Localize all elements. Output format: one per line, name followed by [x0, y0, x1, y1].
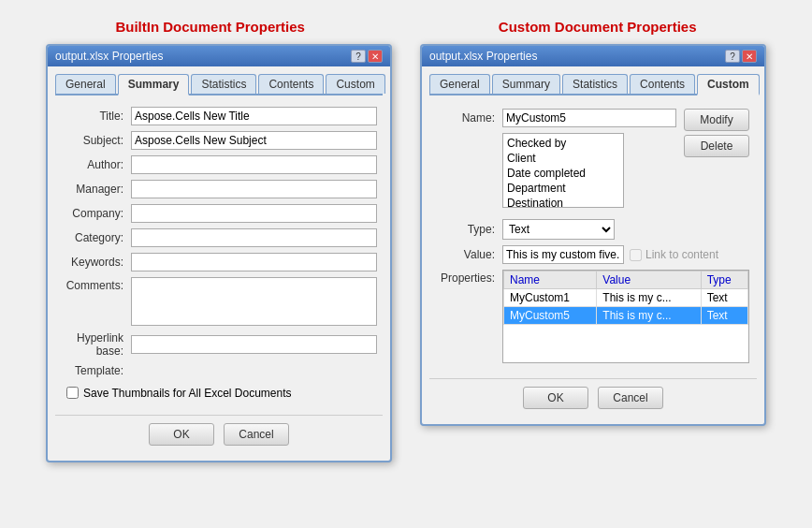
- left-tab-general[interactable]: General: [55, 74, 116, 94]
- prop-name: MyCustom1: [504, 289, 597, 307]
- right-properties-table: Name Value Type MyCustom1 This is my c..…: [503, 271, 748, 325]
- right-properties-row: Properties: Name Value Type: [437, 270, 749, 363]
- left-author-label: Author:: [61, 158, 131, 171]
- right-name-label: Name:: [437, 111, 502, 125]
- right-name-input[interactable]: [502, 109, 676, 127]
- left-titlebar-buttons: ? ✕: [351, 50, 383, 63]
- left-hyperlink-label: Hyperlinkbase:: [61, 331, 131, 359]
- list-item[interactable]: Date completed: [505, 166, 621, 181]
- left-subject-input[interactable]: [131, 131, 377, 150]
- prop-value: This is my c...: [597, 307, 701, 325]
- prop-value: This is my c...: [597, 289, 701, 307]
- right-titlebar-title: output.xlsx Properties: [429, 50, 537, 63]
- right-type-label: Type:: [437, 223, 502, 236]
- table-row[interactable]: MyCustom1 This is my c... Text: [504, 289, 748, 307]
- left-manager-input[interactable]: [131, 180, 377, 198]
- left-checkbox-row: Save Thumbnails for All Excel Documents: [66, 387, 377, 400]
- left-title-input[interactable]: [131, 107, 377, 125]
- left-tab-summary[interactable]: Summary: [118, 74, 190, 95]
- right-value-row: Value: Link to content: [437, 245, 749, 264]
- right-custom-body: Name: Checked by Client Date completed D…: [429, 103, 757, 374]
- right-cancel-button[interactable]: Cancel: [598, 387, 663, 409]
- left-category-row: Category:: [61, 228, 377, 247]
- left-ok-button[interactable]: OK: [149, 423, 214, 446]
- left-tab-statistics[interactable]: Statistics: [191, 74, 256, 94]
- left-author-row: Author:: [61, 155, 377, 174]
- left-title-label: Title:: [61, 110, 131, 123]
- left-comments-textarea[interactable]: [131, 277, 377, 326]
- left-keywords-label: Keywords:: [61, 256, 131, 269]
- left-manager-label: Manager:: [61, 183, 131, 196]
- left-tab-contents[interactable]: Contents: [258, 74, 324, 94]
- col-header-value: Value: [597, 271, 701, 289]
- right-dialog-content: General Summary Statistics Contents Cust…: [422, 66, 764, 424]
- list-item[interactable]: Destination: [505, 196, 621, 208]
- left-dialog: output.xlsx Properties ? ✕ General Summa…: [46, 44, 392, 462]
- left-author-input[interactable]: [131, 155, 377, 174]
- list-item[interactable]: Checked by: [505, 136, 621, 151]
- left-company-row: Company:: [61, 204, 377, 223]
- left-company-input[interactable]: [131, 204, 377, 223]
- table-row[interactable]: MyCustom5 This is my c... Text: [504, 307, 748, 325]
- right-properties-listbox[interactable]: Checked by Client Date completed Departm…: [502, 133, 624, 208]
- left-template-row: Template:: [61, 364, 377, 377]
- left-footer: OK Cancel: [55, 415, 383, 453]
- col-header-name: Name: [504, 271, 597, 289]
- left-close-btn[interactable]: ✕: [368, 50, 383, 63]
- left-category-label: Category:: [61, 231, 131, 244]
- right-link-check: Link to content: [630, 248, 718, 261]
- right-properties-label: Properties:: [437, 270, 502, 285]
- left-comments-row: Comments:: [61, 277, 377, 326]
- right-delete-button[interactable]: Delete: [684, 135, 749, 157]
- left-dialog-content: General Summary Statistics Contents Cust…: [48, 66, 390, 461]
- left-titlebar: output.xlsx Properties ? ✕: [48, 46, 390, 66]
- right-tab-statistics[interactable]: Statistics: [562, 74, 628, 94]
- left-manager-row: Manager:: [61, 180, 377, 198]
- left-category-input[interactable]: [131, 228, 377, 247]
- right-tabs: General Summary Statistics Contents Cust…: [429, 74, 757, 95]
- left-help-btn[interactable]: ?: [351, 50, 366, 63]
- left-keywords-row: Keywords:: [61, 253, 377, 271]
- left-keywords-input[interactable]: [131, 253, 377, 271]
- list-item[interactable]: Department: [505, 181, 621, 196]
- right-tab-summary[interactable]: Summary: [492, 74, 560, 94]
- right-value-label: Value:: [437, 248, 502, 261]
- left-tab-custom[interactable]: Custom: [326, 74, 384, 94]
- right-close-btn[interactable]: ✕: [742, 50, 757, 63]
- right-value-input[interactable]: [502, 245, 624, 264]
- right-help-btn[interactable]: ?: [725, 50, 740, 63]
- right-dialog: output.xlsx Properties ? ✕ General Summa…: [420, 44, 766, 426]
- right-action-buttons: Modify Delete: [684, 109, 749, 157]
- right-page-title: Custom Document Properties: [499, 19, 697, 35]
- right-titlebar-buttons: ? ✕: [725, 50, 757, 63]
- prop-type: Text: [701, 307, 747, 325]
- left-title-row: Title:: [61, 107, 377, 125]
- left-thumbnails-checkbox[interactable]: [66, 387, 79, 399]
- left-titlebar-title: output.xlsx Properties: [55, 50, 163, 63]
- right-tab-general[interactable]: General: [429, 74, 490, 94]
- right-link-label: Link to content: [645, 248, 718, 261]
- left-hyperlink-input[interactable]: [131, 335, 377, 354]
- left-template-label: Template:: [61, 364, 131, 377]
- right-tab-contents[interactable]: Contents: [630, 74, 695, 94]
- left-page-title: BuiltIn Document Properties: [115, 19, 305, 35]
- right-modify-button[interactable]: Modify: [684, 109, 749, 131]
- right-type-select[interactable]: Text Date Number Yes or No: [502, 219, 615, 240]
- right-type-select-container: Text Date Number Yes or No: [502, 219, 615, 240]
- right-titlebar: output.xlsx Properties ? ✕: [422, 46, 764, 66]
- prop-type: Text: [701, 289, 747, 307]
- right-tab-custom[interactable]: Custom: [697, 74, 760, 95]
- right-name-row: Name:: [437, 109, 676, 127]
- left-thumbnails-label: Save Thumbnails for All Excel Documents: [83, 387, 292, 400]
- right-link-checkbox[interactable]: [630, 249, 642, 261]
- list-item[interactable]: Client: [505, 151, 621, 166]
- left-subject-row: Subject:: [61, 131, 377, 150]
- col-header-type: Type: [701, 271, 747, 289]
- right-list-label: [437, 133, 502, 135]
- left-subject-label: Subject:: [61, 134, 131, 147]
- right-ok-button[interactable]: OK: [523, 387, 588, 409]
- prop-name: MyCustom5: [504, 307, 597, 325]
- left-cancel-button[interactable]: Cancel: [224, 423, 289, 446]
- left-company-label: Company:: [61, 207, 131, 220]
- left-form-body: Title: Subject: Author: Manager: Company…: [55, 103, 383, 411]
